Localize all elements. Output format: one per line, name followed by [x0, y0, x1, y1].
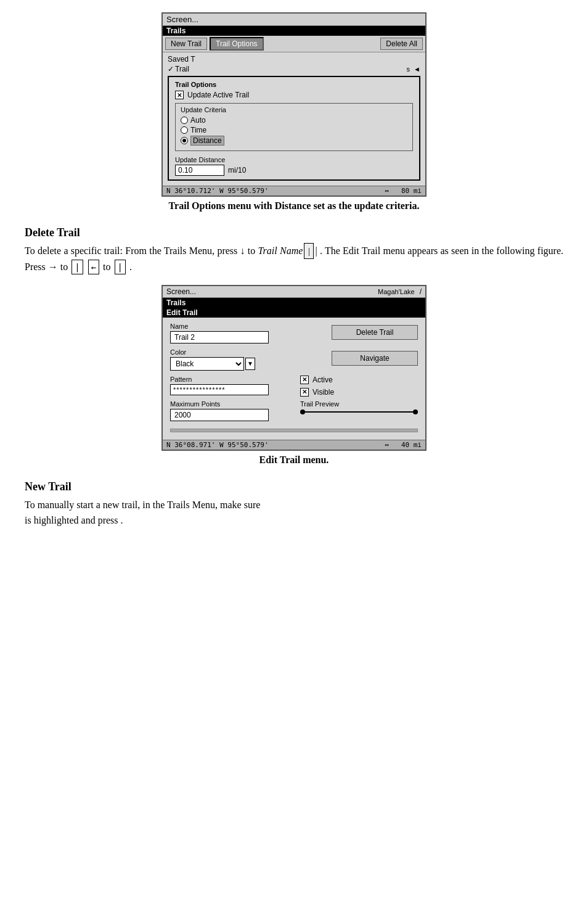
screen1-section-label: Trails [163, 26, 425, 36]
scrollbar-area[interactable] [170, 429, 418, 432]
max-points-input[interactable] [170, 409, 269, 421]
update-distance-group: Update Distance mi/10 [175, 156, 413, 176]
update-distance-unit: mi/10 [228, 166, 246, 175]
edit-maxpoints-row: Maximum Points Trail Preview [170, 400, 418, 426]
screen1-unit: mi [414, 187, 422, 195]
new-trail-heading: New Trail [25, 480, 563, 493]
delete-trail-button[interactable]: Delete Trail [332, 325, 418, 340]
trail-preview-group: Trail Preview [300, 400, 418, 413]
active-label: Active [312, 376, 333, 384]
pattern-section: Pattern [170, 376, 288, 395]
edit-color-row: Color Black ▼ Navigate [170, 348, 418, 376]
screen1-saved-row: Saved T [168, 55, 420, 64]
color-dropdown-arrow[interactable]: ▼ [245, 358, 255, 370]
color-label: Color [170, 348, 288, 356]
screen2-topbar: Screen... Magah'Lake / [163, 286, 425, 298]
visible-label: Visible [312, 388, 334, 397]
radio-distance-row: Distance [181, 136, 407, 146]
screen2-arrow: ↔ [385, 441, 389, 449]
delete-trail-text: To delete a specific trail: From the Tra… [25, 243, 563, 275]
popup-title: Trail Options [175, 81, 413, 88]
update-criteria-group: Update Criteria Auto Time Distance [175, 103, 413, 151]
back-arrow-key: ← [88, 260, 99, 274]
max-points-section: Maximum Points [170, 400, 288, 421]
pattern-label: Pattern [170, 376, 288, 383]
screen1-statusbar-right: ↔ 80 mi [385, 187, 422, 195]
screen2-section-label: Trails [163, 298, 425, 308]
update-active-trail-row: ✕ Update Active Trail [175, 91, 413, 99]
update-distance-label: Update Distance [175, 156, 413, 163]
delete-all-button[interactable]: Delete All [380, 38, 423, 50]
saved-label: Saved T [168, 55, 195, 64]
radio-distance[interactable] [181, 137, 188, 144]
screen2-edit-body: Name Delete Trail Color Black ▼ [163, 318, 425, 440]
name-input[interactable] [170, 331, 269, 343]
screen2-map-label: Magah'Lake [378, 288, 415, 295]
screen2-topbar-label: Screen... [166, 287, 196, 296]
screen1-body: Saved T ✓ Trail s ◄ Trail Options ✕ Upda… [163, 52, 425, 186]
bracket-key: | [71, 260, 83, 274]
radio-time[interactable] [181, 126, 188, 134]
radio-auto-row: Auto [181, 116, 407, 125]
pipe-key-1: | [304, 243, 314, 259]
name-section: Name [170, 323, 288, 343]
edit-maxpoints-col: Maximum Points [170, 400, 288, 426]
navigate-btn-col: Navigate [300, 348, 418, 366]
visible-checkbox-row: ✕ Visible [300, 388, 418, 397]
trail-options-popup: Trail Options ✕ Update Active Trail Upda… [168, 76, 420, 181]
trail-preview-col: Trail Preview [300, 400, 418, 413]
screen1-coords: N 36°10.712' W 95°50.579' [166, 187, 269, 195]
update-active-label: Update Active Trail [187, 91, 249, 99]
trail-dot-right [413, 409, 418, 414]
trail-label: Trail [175, 65, 189, 73]
navigate-button[interactable]: Navigate [332, 351, 418, 366]
edit-color-col: Color Black ▼ [170, 348, 288, 376]
active-checkbox[interactable]: ✕ [300, 376, 309, 384]
edit-trail-label: Edit Trail [163, 308, 425, 318]
screen2-statusbar: N 36°08.971' W 95°50.579' ↔ 40 mi [163, 440, 425, 450]
screen1-statusbar: N 36°10.712' W 95°50.579' ↔ 80 mi [163, 186, 425, 195]
radio-distance-label: Distance [190, 136, 224, 146]
update-distance-input-row: mi/10 [175, 165, 413, 176]
trail-preview-line [300, 411, 418, 413]
trail-preview-label: Trail Preview [300, 400, 418, 408]
new-trail-button[interactable]: New Trail [165, 38, 207, 50]
screen1-toolbar: New Trail Trail Options Delete All [163, 36, 425, 52]
delete-trail-btn-col: Delete Trail [300, 323, 418, 340]
caption2: Edit Trail menu. [25, 454, 563, 466]
radio-time-row: Time [181, 126, 407, 134]
update-criteria-legend: Update Criteria [181, 106, 407, 113]
gps-screen-2: Screen... Magah'Lake / Trails Edit Trail… [161, 285, 427, 451]
max-points-label: Maximum Points [170, 400, 288, 408]
gps-screen-1: Screen... Trails New Trail Trail Options… [161, 12, 427, 197]
edit-name-row: Name Delete Trail [170, 323, 418, 348]
delete-trail-text1: To delete a specific trail: From the Tra… [25, 245, 258, 256]
trail-options-button[interactable]: Trail Options [210, 37, 264, 51]
new-trail-text: To manually start a new trail, in the Tr… [25, 497, 563, 528]
trail-dot-left [300, 409, 305, 414]
edit-pattern-row: Pattern ✕ Active ✕ Visible [170, 376, 418, 400]
update-distance-input[interactable] [175, 165, 224, 176]
screen2-statusbar-right: ↔ 40 mi [385, 441, 422, 449]
radio-auto-label: Auto [190, 116, 206, 125]
pattern-input[interactable] [170, 384, 269, 395]
screen2-distance: 40 [401, 441, 409, 449]
update-active-checkbox[interactable]: ✕ [175, 91, 184, 99]
visible-checkbox[interactable]: ✕ [300, 388, 309, 397]
new-trail-text1: To manually start a new trail, in the Tr… [25, 500, 260, 510]
screen2-unit: mi [414, 441, 422, 449]
active-checkbox-section: ✕ Active ✕ Visible [300, 376, 418, 397]
color-select-row: Black ▼ [170, 357, 288, 371]
trail-row-right: s ◄ [407, 65, 421, 73]
active-checkbox-row: ✕ Active [300, 376, 418, 384]
color-select[interactable]: Black [170, 357, 244, 371]
color-section: Color Black ▼ [170, 348, 288, 371]
active-visible-col: ✕ Active ✕ Visible [300, 376, 418, 400]
screen2-coords: N 36°08.971' W 95°50.579' [166, 441, 269, 449]
radio-auto[interactable] [181, 117, 188, 124]
screen1-distance: 80 [401, 187, 409, 195]
pipe-key-2: | [115, 260, 126, 274]
screen2-slash: / [420, 287, 422, 296]
edit-name-col: Name [170, 323, 288, 348]
delete-trail-heading: Delete Trail [25, 226, 563, 239]
